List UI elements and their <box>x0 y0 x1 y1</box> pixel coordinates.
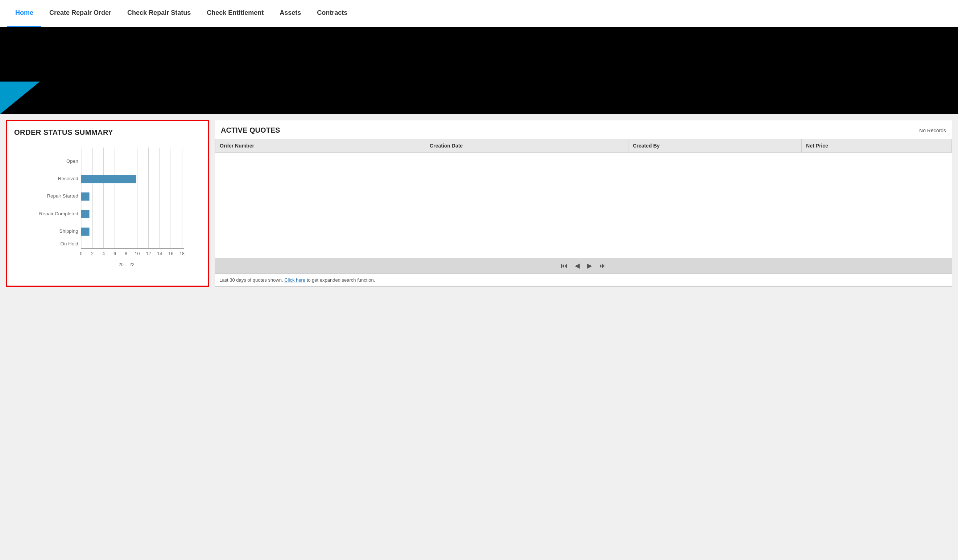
svg-rect-18 <box>81 210 90 218</box>
svg-text:Repair Completed: Repair Completed <box>39 211 78 217</box>
footer-text: Last 30 days of quotes shown. <box>219 277 284 283</box>
footer-suffix: to get expanded search function. <box>305 277 375 283</box>
active-quotes-title: ACTIVE QUOTES <box>221 126 280 134</box>
active-quotes-table: Order Number Creation Date Created By Ne… <box>215 139 952 258</box>
pagination-last-button[interactable]: ⏭ <box>597 261 608 271</box>
pagination-next-button[interactable]: ▶ <box>585 261 594 271</box>
quotes-table-body <box>216 153 952 258</box>
svg-text:8: 8 <box>125 251 127 256</box>
svg-text:4: 4 <box>102 251 105 256</box>
svg-text:Shipping: Shipping <box>59 228 78 234</box>
svg-text:16: 16 <box>168 251 173 256</box>
pagination-first-button[interactable]: ⏮ <box>559 261 569 271</box>
svg-rect-19 <box>81 228 90 236</box>
svg-text:Repair Started: Repair Started <box>47 193 78 199</box>
nav-item-assets[interactable]: Assets <box>271 0 309 27</box>
svg-text:2: 2 <box>91 251 94 256</box>
svg-text:0: 0 <box>80 251 82 256</box>
hero-banner <box>0 27 958 114</box>
active-quotes-card: ACTIVE QUOTES No Records Order Number Cr… <box>215 120 952 287</box>
svg-rect-17 <box>81 193 90 201</box>
svg-text:12: 12 <box>146 251 151 256</box>
quotes-footer: Last 30 days of quotes shown. Click here… <box>215 273 952 286</box>
col-net-price: Net Price <box>802 139 952 153</box>
order-status-title: ORDER STATUS SUMMARY <box>14 128 200 137</box>
svg-text:Open: Open <box>67 158 78 164</box>
no-records-label: No Records <box>919 128 946 133</box>
svg-rect-16 <box>81 175 136 184</box>
nav-item-create-repair-order[interactable]: Create Repair Order <box>41 0 119 27</box>
col-created-by: Created By <box>628 139 802 153</box>
nav-item-home[interactable]: Home <box>7 0 41 27</box>
svg-text:10: 10 <box>135 251 140 256</box>
nav-item-contracts[interactable]: Contracts <box>309 0 355 27</box>
nav-item-check-repair-status[interactable]: Check Repair Status <box>119 0 199 27</box>
table-header-row: Order Number Creation Date Created By Ne… <box>216 139 952 153</box>
quotes-header: ACTIVE QUOTES No Records <box>215 120 952 139</box>
svg-text:14: 14 <box>157 251 162 256</box>
navigation-bar: Home Create Repair Order Check Repair St… <box>0 0 958 27</box>
svg-text:On Hold: On Hold <box>60 241 78 247</box>
order-status-card: ORDER STATUS SUMMARY Open Received Repai… <box>6 120 209 287</box>
svg-text:18: 18 <box>179 251 184 256</box>
col-order-number: Order Number <box>216 139 425 153</box>
col-creation-date: Creation Date <box>425 139 628 153</box>
main-content-area: ORDER STATUS SUMMARY Open Received Repai… <box>0 114 958 293</box>
bar-chart-svg: Open Received Repair Started Repair Comp… <box>14 144 200 267</box>
pagination-prev-button[interactable]: ◀ <box>573 261 582 271</box>
nav-item-check-entitlement[interactable]: Check Entitlement <box>199 0 271 27</box>
svg-text:Received: Received <box>58 176 78 181</box>
footer-click-here-link[interactable]: Click here <box>284 277 305 283</box>
banner-triangle-decoration <box>0 82 40 114</box>
empty-row <box>216 153 952 258</box>
pagination-bar: ⏮ ◀ ▶ ⏭ <box>215 258 952 273</box>
svg-text:6: 6 <box>114 251 116 256</box>
order-status-chart: Open Received Repair Started Repair Comp… <box>14 144 200 267</box>
